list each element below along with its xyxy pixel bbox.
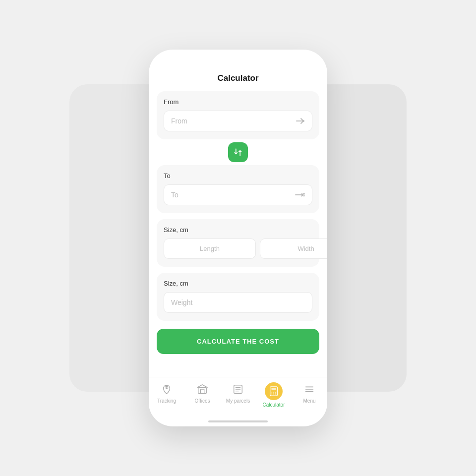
to-label: To	[164, 172, 312, 179]
offices-icon	[195, 382, 209, 396]
svg-point-15	[273, 394, 274, 395]
length-input[interactable]	[164, 238, 256, 259]
tracking-label: Tracking	[157, 398, 176, 404]
weight-label: Size, cm	[164, 280, 312, 287]
svg-point-12	[273, 392, 274, 393]
nav-my-parcels[interactable]: My parcels	[220, 382, 256, 404]
svg-point-11	[271, 392, 272, 393]
width-input[interactable]	[260, 238, 327, 259]
status-bar	[149, 50, 327, 71]
home-indicator	[149, 416, 327, 426]
to-card: To	[157, 165, 319, 213]
svg-point-0	[302, 120, 304, 122]
svg-rect-10	[271, 388, 276, 390]
to-input-wrapper[interactable]	[164, 184, 312, 205]
weight-input-wrapper[interactable]	[164, 292, 312, 313]
offices-label: Offices	[195, 398, 210, 404]
calculator-label: Calculator	[262, 402, 285, 408]
from-card: From	[157, 91, 319, 139]
svg-point-14	[271, 394, 272, 395]
svg-point-13	[275, 392, 276, 393]
nav-menu[interactable]: Menu	[292, 382, 327, 404]
nav-offices[interactable]: Offices	[184, 382, 220, 404]
tracking-icon	[160, 382, 174, 396]
swap-button[interactable]	[228, 142, 248, 162]
weight-card: Size, cm	[157, 273, 319, 321]
bottom-nav: Tracking Offices	[149, 377, 327, 416]
to-input[interactable]	[171, 191, 295, 199]
swap-container	[157, 142, 319, 162]
size-card: Size, cm	[157, 219, 319, 267]
from-label: From	[164, 98, 312, 106]
calculate-button[interactable]: CALCULATE THE COST	[157, 329, 319, 354]
phone: Calculator From	[149, 50, 327, 426]
from-input[interactable]	[171, 117, 296, 125]
page-title: Calculator	[149, 71, 327, 91]
svg-point-16	[275, 394, 276, 395]
svg-point-3	[166, 387, 168, 389]
scene: Calculator From	[64, 40, 412, 436]
content-area: From	[149, 91, 327, 377]
from-input-wrapper[interactable]	[164, 111, 312, 131]
svg-rect-9	[270, 387, 278, 396]
to-arrow-icon	[295, 191, 305, 198]
size-row	[164, 238, 312, 259]
nav-tracking[interactable]: Tracking	[149, 382, 184, 404]
nav-calculator[interactable]: Calculator	[256, 382, 292, 408]
home-bar	[208, 420, 268, 422]
my-parcels-label: My parcels	[226, 398, 250, 404]
menu-icon	[302, 382, 316, 396]
from-arrow-icon	[296, 118, 305, 124]
weight-input[interactable]	[171, 298, 305, 306]
svg-rect-4	[198, 387, 207, 393]
calculator-icon	[265, 382, 283, 400]
menu-label: Menu	[303, 398, 315, 404]
my-parcels-icon	[231, 382, 245, 396]
size-label: Size, cm	[164, 226, 312, 234]
